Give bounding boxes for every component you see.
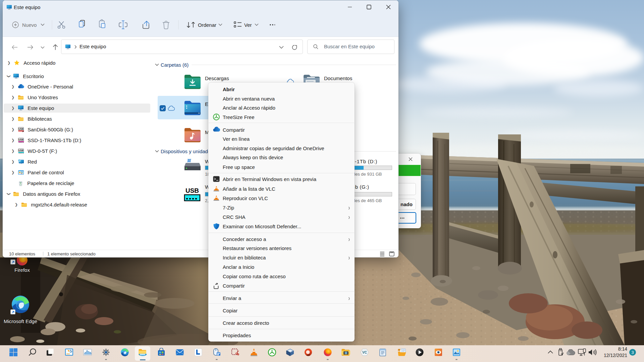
svg-text:Ordenar: Ordenar bbox=[198, 22, 216, 28]
svg-text:Nuevo: Nuevo bbox=[22, 22, 37, 28]
svg-text:VC: VC bbox=[362, 351, 367, 354]
svg-text:Ver: Ver bbox=[244, 22, 252, 28]
svg-text:USB: USB bbox=[185, 187, 199, 194]
